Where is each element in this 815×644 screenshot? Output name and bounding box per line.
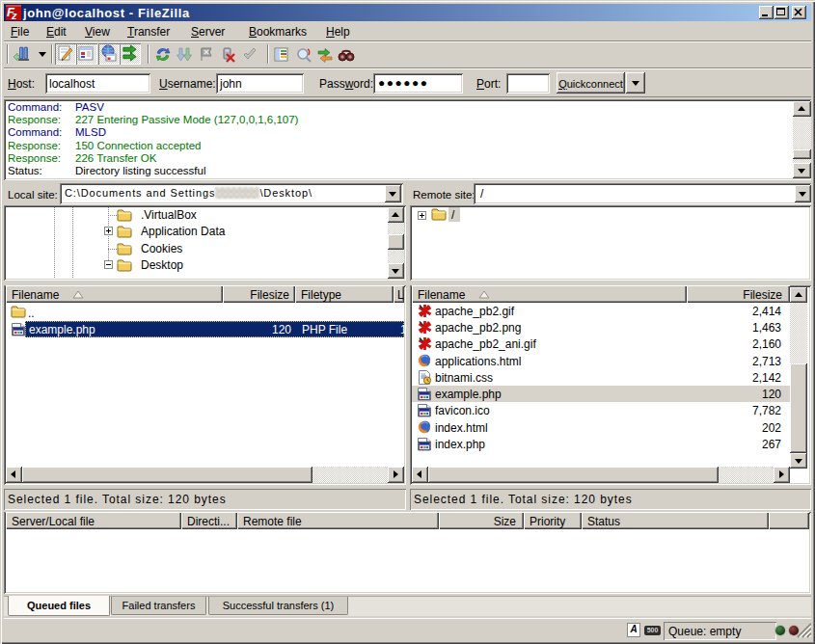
svg-text:z: z (11, 10, 17, 20)
